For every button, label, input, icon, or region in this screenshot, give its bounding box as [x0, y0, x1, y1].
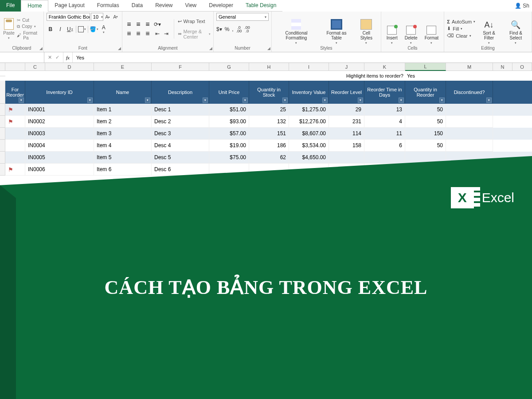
- align-middle-button[interactable]: ≡: [134, 20, 142, 28]
- filter-icon[interactable]: ▾: [203, 98, 208, 103]
- tab-view[interactable]: View: [179, 0, 203, 12]
- copy-button[interactable]: ⧉Copy▾: [17, 24, 41, 29]
- th-unit-price[interactable]: Unit Price▾: [209, 81, 249, 104]
- cell-val[interactable]: $12,276.00: [289, 116, 329, 128]
- tab-formulas[interactable]: Formulas: [91, 0, 125, 12]
- align-center-button[interactable]: ≡: [134, 30, 142, 38]
- col-header-e[interactable]: E: [94, 63, 152, 71]
- sort-filter-button[interactable]: A↓Sort & Filter▾: [477, 13, 501, 45]
- wrap-text-button[interactable]: ↩Wrap Text: [178, 19, 211, 24]
- col-header-n[interactable]: N: [493, 63, 512, 71]
- align-left-button[interactable]: ≡: [125, 30, 133, 38]
- number-format-combo[interactable]: General▾: [216, 13, 269, 21]
- borders-button[interactable]: [78, 25, 86, 33]
- align-bottom-button[interactable]: ≡: [144, 20, 152, 28]
- th-reorder-days[interactable]: Reorder Time in Days▾: [364, 81, 405, 104]
- filter-icon[interactable]: ▾: [243, 98, 248, 103]
- format-painter-button[interactable]: 🖌Format Pa: [17, 31, 41, 40]
- col-header-i[interactable]: I: [289, 63, 329, 71]
- tab-home[interactable]: Home: [21, 0, 48, 12]
- orientation-button[interactable]: ⟳▾: [153, 20, 161, 28]
- th-inventory-id[interactable]: Inventory ID▾: [25, 81, 94, 104]
- cell-rtd[interactable]: 13: [364, 104, 405, 116]
- col-header-g[interactable]: G: [209, 63, 249, 71]
- decrease-font-button[interactable]: A▾: [112, 13, 119, 21]
- filter-icon[interactable]: ▾: [19, 98, 24, 103]
- select-all-corner[interactable]: [0, 63, 5, 71]
- filter-icon[interactable]: ▾: [282, 98, 288, 103]
- cell-qir[interactable]: 150: [405, 128, 446, 140]
- tab-developer[interactable]: Developer: [203, 0, 239, 12]
- conditional-formatting-button[interactable]: Conditional Formatting▾: [274, 13, 318, 45]
- cell-disc[interactable]: [446, 128, 493, 140]
- bold-button[interactable]: B: [47, 25, 55, 33]
- find-select-button[interactable]: 🔍Find & Select▾: [503, 13, 529, 45]
- font-name-combo[interactable]: Franklin Gothic Boo▾: [47, 13, 90, 21]
- cell-rtd[interactable]: 4: [364, 116, 405, 128]
- increase-indent-button[interactable]: ⇥: [162, 30, 170, 38]
- col-header-k[interactable]: K: [364, 63, 405, 71]
- tab-page-layout[interactable]: Page Layout: [48, 0, 90, 12]
- cell-rl[interactable]: 29: [329, 104, 364, 116]
- th-inv-value[interactable]: Inventory Value▾: [289, 81, 329, 104]
- font-size-combo[interactable]: 10▾: [91, 13, 103, 21]
- filter-icon[interactable]: ▾: [145, 98, 150, 103]
- th-reorder[interactable]: For Reorder▾: [5, 81, 25, 104]
- cell-price[interactable]: $57.00: [209, 128, 249, 140]
- cell-desc[interactable]: Desc 2: [152, 116, 209, 128]
- accounting-format-button[interactable]: $▾: [216, 25, 222, 33]
- format-as-table-button[interactable]: Format as Table▾: [320, 13, 353, 45]
- autosum-button[interactable]: ΣAutoSum▾: [447, 19, 475, 24]
- decrease-indent-button[interactable]: ⇤: [153, 30, 161, 38]
- comma-button[interactable]: ,: [232, 25, 233, 33]
- clear-button[interactable]: ⌫Clear▾: [447, 33, 475, 39]
- increase-decimal-button[interactable]: .0.00: [236, 25, 242, 33]
- cell-qir[interactable]: 50: [405, 140, 446, 152]
- format-button[interactable]: Format▾: [422, 13, 442, 45]
- cell-rl[interactable]: 114: [329, 128, 364, 140]
- cell-disc[interactable]: [446, 104, 493, 116]
- col-header-f[interactable]: F: [152, 63, 209, 71]
- formula-input[interactable]: Yes: [73, 55, 532, 60]
- merge-center-button[interactable]: ⬌Merge & Center▾: [178, 29, 211, 39]
- cell-styles-button[interactable]: Cell Styles▾: [355, 13, 378, 45]
- table-row[interactable]: ⚑IN0001Item 1Desc 1$51.0025$1,275.002913…: [0, 104, 532, 116]
- th-qty-stock[interactable]: Quantity in Stock▾: [249, 81, 289, 104]
- col-header-d[interactable]: D: [45, 63, 94, 71]
- table-row[interactable]: IN0003Item 3Desc 3$57.00151$8,607.001141…: [0, 128, 532, 140]
- th-description[interactable]: Description▾: [152, 81, 209, 104]
- align-top-button[interactable]: ≡: [125, 20, 133, 28]
- tab-review[interactable]: Review: [149, 0, 179, 12]
- cell-val[interactable]: $1,275.00: [289, 104, 329, 116]
- underline-button[interactable]: U: [66, 25, 74, 33]
- cell-qty[interactable]: 151: [249, 128, 289, 140]
- dialog-launcher-number[interactable]: ◢: [267, 46, 270, 51]
- filter-icon[interactable]: ▾: [87, 98, 93, 103]
- cell-qir[interactable]: 50: [405, 116, 446, 128]
- cell-rtd[interactable]: 6: [364, 140, 405, 152]
- cell-price[interactable]: $51.00: [209, 104, 249, 116]
- th-reorder-level[interactable]: Reorder Level▾: [329, 81, 364, 104]
- col-header-m[interactable]: M: [446, 63, 493, 71]
- cell-name[interactable]: Item 4: [94, 140, 152, 152]
- cell-id[interactable]: IN0003: [25, 128, 94, 140]
- italic-button[interactable]: I: [56, 25, 64, 33]
- cell-rtd[interactable]: 11: [364, 128, 405, 140]
- filter-icon[interactable]: ▾: [439, 98, 445, 103]
- cell-qty[interactable]: 25: [249, 104, 289, 116]
- helper-value[interactable]: Yes: [405, 73, 446, 78]
- cell-id[interactable]: IN0004: [25, 140, 94, 152]
- cell-qir[interactable]: 50: [405, 104, 446, 116]
- cell-disc[interactable]: [446, 140, 493, 152]
- cancel-formula-button[interactable]: ✕: [48, 55, 52, 60]
- cell-disc[interactable]: [446, 116, 493, 128]
- col-header-h[interactable]: H: [249, 63, 289, 71]
- cell-price[interactable]: $19.00: [209, 140, 249, 152]
- enter-formula-button[interactable]: ✓: [55, 55, 59, 60]
- insert-button[interactable]: Insert▾: [384, 13, 400, 45]
- table-row[interactable]: ⚑IN0002Item 2Desc 2$93.00132$12,276.0023…: [0, 116, 532, 128]
- col-header-j[interactable]: J: [329, 63, 364, 71]
- dialog-launcher-alignment[interactable]: ◢: [209, 46, 212, 51]
- col-header-c[interactable]: C: [25, 63, 45, 71]
- dialog-launcher-clipboard[interactable]: ◢: [39, 46, 43, 51]
